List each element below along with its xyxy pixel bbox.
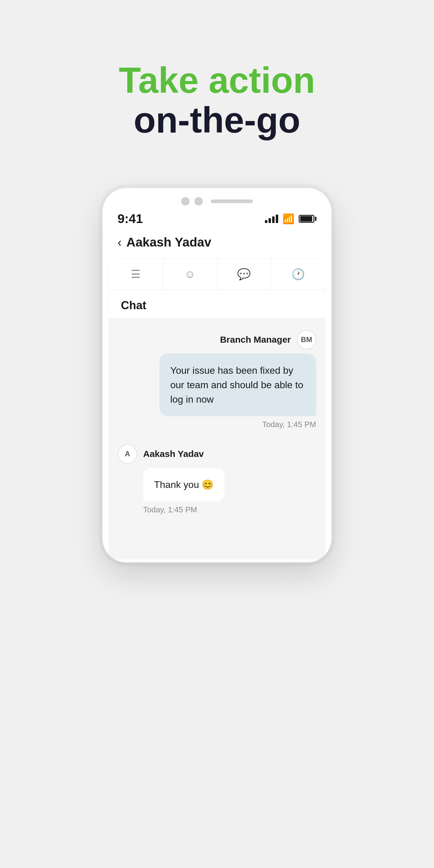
tab-notes[interactable]: ☰ (109, 259, 163, 290)
status-bar: 9:41 📶 (102, 209, 332, 229)
battery-body (299, 215, 314, 223)
signal-bar-4 (276, 215, 278, 223)
chat-icon: 💬 (237, 268, 251, 281)
bubble-sent: Your issue has been fixed by our team an… (159, 353, 316, 416)
tab-history[interactable]: 🕐 (271, 259, 325, 290)
status-icons: 📶 (265, 213, 316, 224)
phone-dot (194, 197, 203, 206)
received-message-text: Thank you 😊 (154, 477, 214, 492)
phone-wrapper: 9:41 📶 ‹ Aak (102, 188, 332, 562)
signal-bar-1 (265, 220, 267, 223)
battery-icon (299, 215, 316, 223)
aakash-avatar: A (118, 444, 137, 464)
chat-label: Chat (109, 290, 325, 318)
person-icon: ☺ (184, 268, 195, 281)
message-received: A Aakash Yadav Thank you 😊 Today, 1:45 P… (118, 444, 316, 515)
nav-title: Aakash Yadav (126, 235, 211, 250)
battery-tip (315, 217, 316, 221)
received-message-time: Today, 1:45 PM (143, 505, 197, 515)
tab-person[interactable]: ☺ (163, 259, 217, 290)
phone-camera (181, 197, 190, 206)
chat-area: Branch Manager BM Your issue has been fi… (109, 318, 325, 559)
wifi-icon: 📶 (282, 213, 294, 224)
notes-icon: ☰ (131, 268, 141, 281)
tab-chat[interactable]: 💬 (217, 259, 272, 290)
tabs-row: ☰ ☺ 💬 🕐 (109, 259, 325, 290)
nav-bar: ‹ Aakash Yadav (102, 229, 332, 255)
phone-dots (194, 197, 203, 206)
status-time: 9:41 (118, 212, 143, 226)
phone-content: ☰ ☺ 💬 🕐 Chat Branch Manager (108, 258, 326, 559)
branch-manager-name: Branch Manager (220, 335, 291, 345)
message-sent: Branch Manager BM Your issue has been fi… (118, 330, 316, 429)
phone-frame: 9:41 📶 ‹ Aak (102, 188, 332, 562)
aakash-name: Aakash Yadav (143, 449, 204, 459)
signal-bar-3 (272, 216, 275, 223)
back-button[interactable]: ‹ Aakash Yadav (118, 235, 211, 250)
branch-manager-avatar: BM (297, 330, 316, 349)
back-arrow-icon: ‹ (118, 236, 121, 249)
aakash-initials: A (125, 450, 130, 458)
branch-manager-initials: BM (301, 336, 312, 344)
sent-message-time: Today, 1:45 PM (262, 420, 316, 429)
hero-section: Take action on-the-go (0, 0, 434, 164)
signal-bar-2 (269, 218, 271, 223)
sender-row: Branch Manager BM (220, 330, 316, 349)
hero-title-line2: on-the-go (133, 100, 300, 140)
phone-pill (211, 199, 253, 203)
bubble-received: Thank you 😊 (143, 468, 224, 501)
battery-fill (300, 216, 312, 221)
hero-title-line1: Take action (119, 60, 315, 100)
signal-icon (265, 215, 278, 223)
sent-message-text: Your issue has been fixed by our team an… (170, 363, 305, 407)
receiver-row: A Aakash Yadav (118, 444, 204, 464)
phone-top-bar (102, 188, 332, 209)
clock-icon: 🕐 (291, 268, 305, 281)
